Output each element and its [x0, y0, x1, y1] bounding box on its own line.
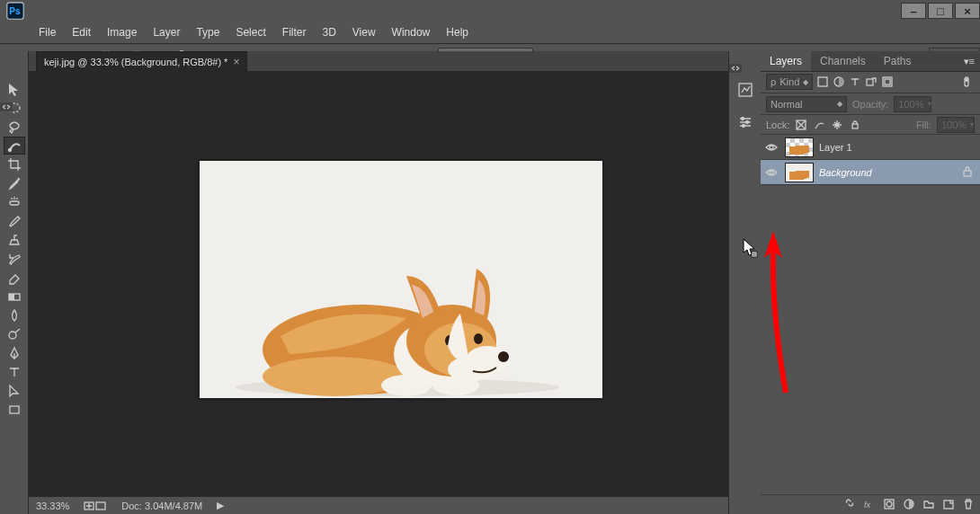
tab-layers[interactable]: Layers: [761, 51, 811, 71]
menu-type[interactable]: Type: [188, 22, 227, 42]
rectangle-tool[interactable]: [4, 401, 25, 419]
filter-adjust-icon[interactable]: [833, 75, 845, 88]
path-selection-tool[interactable]: [4, 382, 25, 400]
eyedropper-tool[interactable]: [4, 174, 25, 192]
minimize-button[interactable]: –: [901, 3, 926, 19]
lock-row: Lock: Fill: 100%▾: [761, 115, 980, 135]
tab-channels[interactable]: Channels: [811, 51, 875, 71]
healing-brush-tool[interactable]: [4, 193, 25, 211]
blur-tool[interactable]: [4, 306, 25, 324]
close-button[interactable]: ×: [955, 3, 980, 19]
dodge-tool[interactable]: [4, 325, 25, 343]
dog-drawing: [200, 161, 602, 398]
menu-file[interactable]: File: [31, 22, 64, 42]
fill-input[interactable]: 100%▾: [937, 117, 975, 133]
menu-help[interactable]: Help: [438, 22, 477, 42]
menu-3d[interactable]: 3D: [314, 22, 343, 42]
layers-panel-column: Layers Channels Paths ▾≡ ρKind◆ Normal◆ …: [761, 51, 980, 514]
lock-pixels-icon[interactable]: [813, 119, 825, 131]
close-doc-icon[interactable]: ×: [233, 56, 239, 68]
svg-point-8: [8, 149, 11, 152]
layer-thumbnail[interactable]: [785, 163, 814, 182]
link-layers-icon[interactable]: [843, 498, 856, 512]
document-tab[interactable]: keji.jpg @ 33.3% (Background, RGB/8#) * …: [36, 51, 247, 71]
panel-tab-bar: Layers Channels Paths ▾≡: [761, 51, 980, 71]
tool-column: [0, 51, 29, 514]
fx-icon[interactable]: fx: [863, 498, 876, 512]
quick-selection-tool[interactable]: [4, 137, 25, 155]
new-layer-icon[interactable]: [942, 498, 955, 512]
adjustment-icon[interactable]: [903, 498, 915, 512]
tab-paths[interactable]: Paths: [875, 51, 921, 71]
visibility-toggle[interactable]: [763, 168, 780, 177]
filter-smart-icon[interactable]: [881, 75, 894, 88]
lock-position-icon[interactable]: [831, 119, 843, 131]
filter-pixel-icon[interactable]: [816, 75, 829, 88]
opacity-label: Opacity:: [852, 99, 888, 110]
delete-layer-icon[interactable]: [962, 498, 975, 512]
layers-list: Layer 1 Background: [761, 135, 980, 494]
maximize-button[interactable]: □: [928, 3, 953, 19]
filter-toggle[interactable]: [962, 75, 975, 88]
zoom-level[interactable]: 33.33%: [36, 501, 69, 511]
group-icon[interactable]: [922, 498, 935, 512]
filter-kind-select[interactable]: ρKind◆: [766, 74, 813, 90]
crop-tool[interactable]: [4, 155, 25, 173]
menu-window[interactable]: Window: [384, 22, 439, 42]
menu-edit[interactable]: Edit: [64, 22, 99, 42]
filter-shape-icon[interactable]: [865, 75, 878, 88]
doc-size-label: Doc:: [121, 501, 142, 511]
svg-rect-36: [867, 79, 873, 85]
visibility-toggle[interactable]: [763, 143, 780, 152]
menu-filter[interactable]: Filter: [274, 22, 315, 42]
fill-label: Fill:: [916, 120, 931, 130]
history-brush-tool[interactable]: [4, 250, 25, 268]
lock-transparent-icon[interactable]: [795, 119, 807, 131]
workspace: keji.jpg @ 33.3% (Background, RGB/8#) * …: [0, 51, 980, 514]
svg-point-24: [448, 357, 491, 382]
brush-tool[interactable]: [4, 212, 25, 230]
panel-menu-icon[interactable]: ▾≡: [958, 56, 980, 67]
svg-point-44: [770, 171, 773, 174]
menu-layer[interactable]: Layer: [145, 22, 188, 42]
svg-rect-11: [9, 294, 14, 300]
layer-row[interactable]: Layer 1: [761, 135, 980, 160]
layer-name[interactable]: Layer 1: [819, 142, 852, 153]
svg-rect-38: [885, 79, 890, 84]
svg-point-25: [498, 351, 509, 362]
properties-panel-icon[interactable]: [735, 112, 755, 132]
menu-view[interactable]: View: [344, 22, 384, 42]
lock-all-icon[interactable]: [849, 119, 861, 131]
svg-text:fx: fx: [864, 501, 871, 510]
clone-stamp-tool[interactable]: [4, 231, 25, 249]
status-bar: 33.33% Doc: 3.04M/4.87M ▶: [29, 496, 728, 514]
svg-point-27: [474, 333, 483, 344]
expand-mini-panels-grip[interactable]: [729, 64, 742, 73]
svg-rect-30: [739, 84, 752, 96]
history-panel-icon[interactable]: [735, 80, 755, 100]
svg-point-33: [742, 125, 744, 128]
svg-point-32: [745, 121, 748, 124]
layer-filter-row: ρKind◆: [761, 71, 980, 93]
mask-icon[interactable]: [883, 498, 895, 512]
menu-image[interactable]: Image: [99, 22, 145, 42]
layer-name[interactable]: Background: [819, 167, 872, 178]
filter-type-icon[interactable]: [849, 75, 861, 88]
document-tabs: keji.jpg @ 33.3% (Background, RGB/8#) * …: [29, 51, 728, 71]
canvas[interactable]: [29, 71, 728, 496]
menu-select[interactable]: Select: [227, 22, 273, 42]
app-logo-ps: Ps: [5, 1, 25, 21]
svg-rect-9: [10, 201, 19, 205]
status-more-icon[interactable]: ▶: [217, 500, 224, 511]
lasso-tool[interactable]: [4, 118, 25, 136]
type-tool[interactable]: [4, 363, 25, 381]
gradient-tool[interactable]: [4, 288, 25, 306]
layer-row[interactable]: Background: [761, 160, 980, 185]
eraser-tool[interactable]: [4, 269, 25, 287]
layer-thumbnail[interactable]: [785, 137, 814, 157]
move-tool[interactable]: [4, 80, 25, 98]
opacity-input[interactable]: 100%▾: [894, 96, 931, 112]
pen-tool[interactable]: [4, 344, 25, 362]
blend-mode-select[interactable]: Normal◆: [766, 96, 847, 112]
expand-layers-grip[interactable]: [0, 102, 13, 111]
